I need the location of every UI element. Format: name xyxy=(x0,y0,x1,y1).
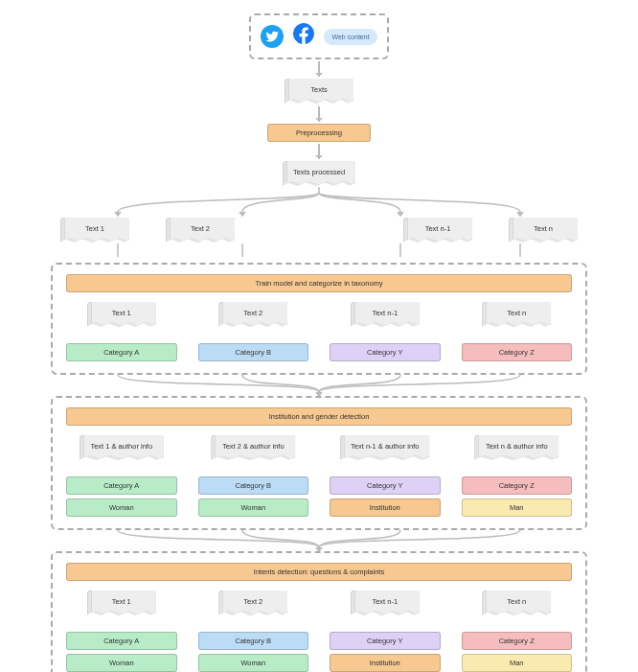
s2-c1: Category A xyxy=(66,476,177,495)
s2-c4: Category Z xyxy=(462,476,573,495)
arrow-down xyxy=(318,106,320,122)
s3-c3: Category Y xyxy=(330,632,441,650)
s3-tn: Text n xyxy=(482,591,551,616)
stage1-title: Train model and categorize in taxonomy xyxy=(66,274,572,292)
s3-g2: Woman xyxy=(198,654,309,672)
s2-g4: Man xyxy=(462,498,573,517)
s1-c3: Category Y xyxy=(330,343,441,361)
s1-c1: Category A xyxy=(66,343,177,361)
stage3-title: Intents detection: questions & complaint… xyxy=(66,563,572,581)
s2-tn: Text n & author info xyxy=(474,435,558,461)
s2-c2: Category B xyxy=(198,476,309,495)
s2-t2: Text 2 & author info xyxy=(211,435,295,461)
twitter-icon xyxy=(261,25,284,48)
s3-g4: Man xyxy=(462,654,573,672)
stage-institution-gender: Institution and gender detection Text 1 … xyxy=(51,396,587,530)
stage2-to-3-connector xyxy=(60,530,578,551)
split-texts-row: Text 1 Text 2 Text n-1 Text n xyxy=(60,218,578,243)
arrow-down xyxy=(318,144,320,159)
s2-g2: Woman xyxy=(198,498,309,517)
s2-tn1: Text n-1 & author info xyxy=(340,435,429,461)
s3-g1: Woman xyxy=(66,654,177,672)
text-n1-doc: Text n-1 xyxy=(403,218,472,243)
s2-g3: Institution xyxy=(330,498,441,517)
s3-c2: Category B xyxy=(198,632,309,650)
s2-t1: Text 1 & author info xyxy=(80,435,164,461)
stage2-title: Institution and gender detection xyxy=(66,407,572,426)
s3-t1: Text 1 xyxy=(87,591,156,616)
arrow-down xyxy=(318,61,320,77)
fanin-connector xyxy=(60,243,578,263)
s3-tn1: Text n-1 xyxy=(351,591,420,616)
s1-tn: Text n xyxy=(482,302,551,328)
stage1-to-2-connector xyxy=(60,375,578,396)
s1-c4: Category Z xyxy=(462,343,573,361)
web-content-pill: Web content xyxy=(324,29,376,45)
s1-t1: Text 1 xyxy=(87,302,156,328)
s2-g1: Woman xyxy=(66,498,177,517)
fanout-connector xyxy=(60,187,578,216)
preprocessing-step: Preprocessing xyxy=(267,124,371,142)
s2-c3: Category Y xyxy=(330,476,441,495)
text-1-doc: Text 1 xyxy=(60,218,129,243)
facebook-icon xyxy=(293,23,314,50)
s1-t2: Text 2 xyxy=(218,302,287,328)
texts-processed-doc: Texts processed xyxy=(283,161,355,187)
stage-train-model: Train model and categorize in taxonomy T… xyxy=(51,263,587,375)
s1-c2: Category B xyxy=(198,343,309,361)
stage-intents: Intents detection: questions & complaint… xyxy=(51,551,587,672)
s3-t2: Text 2 xyxy=(218,591,287,616)
sources-box: Web content xyxy=(249,13,388,59)
s3-c4: Category Z xyxy=(462,632,573,650)
s3-c1: Category A xyxy=(66,632,177,650)
s1-tn1: Text n-1 xyxy=(351,302,420,328)
text-n-doc: Text n xyxy=(509,218,578,243)
text-2-doc: Text 2 xyxy=(166,218,235,243)
s3-g3: Institution xyxy=(330,654,441,672)
texts-doc: Texts xyxy=(285,79,353,104)
